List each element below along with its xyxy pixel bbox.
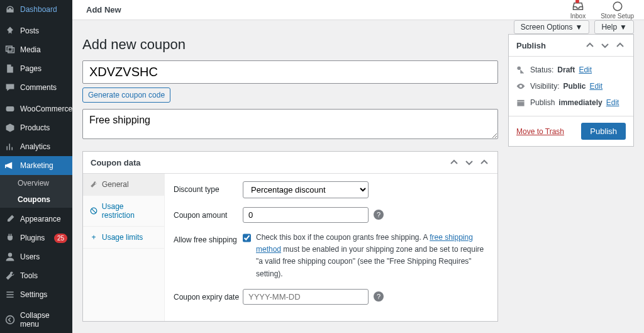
sidebar-item-settings[interactable]: Settings [0,285,72,304]
sidebar-label: Users [20,252,40,261]
page-icon [5,64,15,74]
media-icon [5,45,15,55]
sidebar-label: Collapse menu [20,311,67,329]
toggle-button[interactable] [479,157,490,168]
sidebar-label: Marketing [20,161,53,170]
sidebar-label: Products [20,123,50,132]
svg-point-2 [6,316,14,324]
submenu-coupons[interactable]: Coupons [0,191,72,208]
expiry-label: Coupon expiry date [174,289,243,302]
free-shipping-checkbox[interactable] [243,233,251,243]
circle-icon [611,0,624,13]
expiry-input[interactable] [243,289,369,305]
inbox-button[interactable]: Inbox [570,0,586,20]
publish-button[interactable]: Publish [581,123,626,140]
generate-code-button[interactable]: Generate coupon code [82,87,170,103]
sidebar-item-plugins[interactable]: Plugins 25 [0,229,72,247]
svg-point-1 [8,253,12,257]
move-down-button[interactable] [599,40,611,51]
box-icon [5,123,15,133]
chart-icon [5,142,15,152]
svg-rect-0 [6,106,14,111]
sidebar-collapse[interactable]: Collapse menu [0,307,72,333]
page-title: Add new coupon [82,37,498,53]
move-to-trash-link[interactable]: Move to Trash [516,127,564,136]
status-edit-link[interactable]: Edit [579,65,592,74]
status-value: Draft [557,65,575,74]
publish-value: immediately [558,98,602,107]
sidebar-label: WooCommerce [20,104,72,113]
discount-type-label: Discount type [174,181,243,194]
svg-point-5 [517,66,521,70]
tab-general[interactable]: General [83,174,164,196]
sidebar-item-marketing[interactable]: Marketing [0,156,72,175]
coupon-description-input[interactable]: Free shipping [82,109,498,139]
discount-type-select[interactable]: Percentage discount [243,181,369,198]
store-setup-button[interactable]: Store Setup [601,0,634,20]
tab-label: General [102,180,129,189]
sidebar-label: Posts [20,26,39,35]
sidebar-item-users[interactable]: Users [0,247,72,266]
move-up-button[interactable] [448,157,460,168]
tab-label: Usage restriction [102,202,158,220]
move-down-button[interactable] [464,157,475,168]
publish-label: Publish [530,98,555,107]
pin-icon [5,26,15,36]
tab-usage-limits[interactable]: + Usage limits [83,227,164,249]
publish-panel: Publish Status: Draft Edit [508,34,634,147]
store-setup-label: Store Setup [601,13,634,20]
calendar-icon [516,98,526,107]
toggle-button[interactable] [614,40,626,51]
help-icon[interactable]: ? [374,210,384,220]
sidebar-label: Plugins [20,234,45,242]
sidebar-label: Comments [20,83,57,92]
collapse-icon [5,315,15,325]
topbar-title: Add New [86,5,121,14]
sidebar-item-media[interactable]: Media [0,40,72,59]
coupon-code-input[interactable] [82,60,498,84]
woo-icon [5,104,15,114]
wrench-icon [5,271,15,281]
publish-edit-link[interactable]: Edit [606,98,619,107]
plugins-badge: 25 [54,234,67,243]
key-icon [516,65,526,74]
sidebar-label: Media [20,45,41,54]
gauge-icon [5,4,15,14]
screen-options-label: Screen Options [521,23,573,31]
sidebar-item-appearance[interactable]: Appearance [0,210,72,229]
submenu-overview[interactable]: Overview [0,175,72,191]
publish-title: Publish [516,41,584,50]
sidebar-item-comments[interactable]: Comments [0,78,72,97]
coupon-amount-input[interactable] [243,207,369,223]
tab-usage-restriction[interactable]: Usage restriction [83,196,164,227]
tab-label: Usage limits [102,233,143,242]
sidebar-item-tools[interactable]: Tools [0,266,72,285]
sidebar-item-woocommerce[interactable]: WooCommerce [0,99,72,118]
sidebar-label: Tools [20,271,38,280]
user-icon [5,252,15,262]
visibility-label: Visibility: [530,82,559,91]
sidebar-label: Analytics [20,142,50,151]
coupon-amount-label: Coupon amount [174,207,243,220]
status-label: Status: [530,65,553,74]
screen-options-button[interactable]: Screen Options ▼ [514,20,590,34]
help-button[interactable]: Help ▼ [594,20,634,34]
coupon-data-title: Coupon data [91,158,448,167]
sidebar-item-dashboard[interactable]: Dashboard [0,0,72,19]
sidebar-item-pages[interactable]: Pages [0,59,72,78]
sidebar-label: Dashboard [20,5,57,14]
visibility-edit-link[interactable]: Edit [589,82,602,91]
sidebar-item-posts[interactable]: Posts [0,21,72,40]
caret-down-icon: ▼ [619,23,627,31]
comment-icon [5,82,15,93]
help-icon[interactable]: ? [374,291,384,302]
plug-icon [5,233,15,243]
sidebar-submenu: Overview Coupons [0,175,72,208]
move-up-button[interactable] [584,40,596,51]
help-label: Help [601,23,617,31]
megaphone-icon [5,161,15,171]
coupon-data-panel: Coupon data General [82,151,498,322]
sidebar-item-analytics[interactable]: Analytics [0,137,72,156]
sidebar-item-products[interactable]: Products [0,118,72,137]
plus-icon: + [89,233,98,242]
